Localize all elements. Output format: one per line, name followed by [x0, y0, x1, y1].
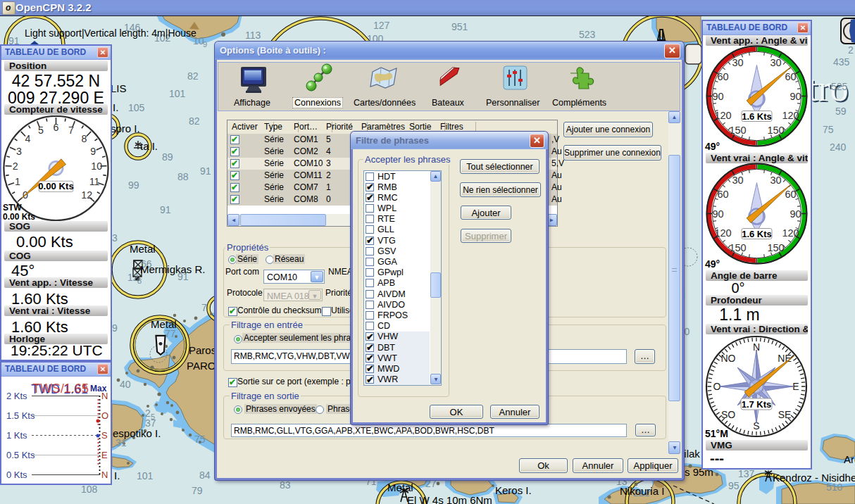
svg-text:1 Kts: 1 Kts: [6, 430, 27, 441]
svg-text:O: O: [101, 410, 108, 421]
svg-text:2: 2: [13, 160, 18, 172]
svg-text:SO: SO: [721, 409, 735, 420]
svg-text:3: 3: [112, 232, 118, 244]
svg-text:82: 82: [189, 115, 200, 127]
svg-text:0.5 Kts: 0.5 Kts: [6, 450, 35, 460]
svg-text:7: 7: [68, 125, 74, 136]
svg-text:NE: NE: [778, 353, 791, 364]
svg-text:Metal: Metal: [151, 318, 177, 330]
svg-text:75: 75: [823, 124, 834, 135]
svg-text:9: 9: [90, 146, 96, 157]
svg-text:E: E: [101, 450, 108, 460]
svg-text:84: 84: [199, 470, 211, 481]
svg-text:90: 90: [790, 208, 801, 220]
svg-text:99: 99: [128, 179, 139, 191]
svg-text:4: 4: [25, 133, 31, 144]
svg-text:12: 12: [81, 189, 92, 201]
svg-text:60: 60: [785, 189, 796, 200]
svg-text:60: 60: [717, 71, 728, 82]
svg-text:NO: NO: [721, 353, 736, 364]
svg-text:I.: I.: [114, 470, 120, 481]
svg-text:150: 150: [767, 125, 784, 136]
svg-text:88: 88: [177, 171, 189, 182]
svg-text:105: 105: [128, 102, 145, 113]
svg-text:1.7 Kts: 1.7 Kts: [742, 399, 772, 410]
svg-text:8: 8: [82, 133, 87, 144]
svg-text:TWS/1.65: TWS/1.65: [32, 382, 89, 396]
svg-text:E: E: [792, 381, 799, 392]
svg-text:90: 90: [712, 91, 723, 102]
svg-text:120: 120: [714, 227, 731, 239]
svg-text:Kendroz - Nisidhe: Kendroz - Nisidhe: [773, 472, 855, 484]
svg-text:951: 951: [451, 21, 468, 32]
svg-text:91: 91: [160, 204, 171, 215]
svg-text:spro I.: spro I.: [111, 122, 140, 134]
svg-text:435: 435: [833, 56, 850, 68]
svg-text:60: 60: [717, 189, 728, 200]
svg-text:0.00 Kts: 0.00 Kts: [38, 181, 74, 191]
svg-text:30: 30: [770, 57, 781, 68]
svg-text:8: 8: [137, 277, 142, 285]
svg-text:espotiko I.: espotiko I.: [113, 427, 161, 439]
svg-text:525: 525: [831, 81, 848, 92]
svg-text:PARO: PARO: [187, 360, 216, 372]
svg-text:89: 89: [162, 151, 173, 163]
svg-text:9: 9: [112, 322, 118, 334]
svg-text:240: 240: [830, 141, 847, 153]
svg-text:N: N: [101, 470, 108, 480]
svg-text:1.6 Kts: 1.6 Kts: [742, 111, 772, 122]
svg-text:Light support|Vertical length:: Light support|Vertical length: 4m|House: [25, 27, 196, 39]
svg-text:Keros I.: Keros I.: [495, 484, 532, 496]
svg-text:79: 79: [192, 485, 203, 496]
svg-text:SE: SE: [778, 409, 792, 420]
svg-text:90: 90: [790, 91, 801, 102]
svg-text:o: o: [83, 382, 87, 391]
svg-text:9: 9: [203, 40, 207, 49]
svg-text:137: 137: [738, 468, 755, 479]
svg-text:6: 6: [54, 122, 59, 133]
svg-text:82: 82: [187, 70, 199, 82]
svg-text:O: O: [713, 381, 721, 392]
svg-text:N: N: [101, 391, 108, 401]
svg-text:91: 91: [200, 165, 211, 177]
svg-text:60: 60: [785, 71, 796, 82]
svg-text:1.5 Kts: 1.5 Kts: [6, 410, 35, 421]
svg-text:30: 30: [770, 175, 781, 186]
svg-text:0 Kts: 0 Kts: [6, 470, 27, 480]
svg-text:523: 523: [579, 29, 596, 40]
svg-text:120: 120: [782, 110, 799, 121]
svg-text:7: 7: [201, 302, 207, 313]
svg-text:40: 40: [120, 379, 131, 390]
svg-text:2 Kts: 2 Kts: [6, 391, 27, 401]
svg-text:120: 120: [714, 110, 731, 121]
svg-text:1: 1: [15, 176, 20, 187]
svg-text:150: 150: [767, 242, 784, 253]
svg-text:Mermigkas R.: Mermigkas R.: [140, 263, 206, 275]
svg-text:101: 101: [137, 470, 154, 481]
svg-text:1.6 Kts: 1.6 Kts: [742, 229, 772, 239]
svg-text:ta I.: ta I.: [140, 140, 158, 152]
svg-text:Metal: Metal: [130, 243, 156, 255]
svg-text:Are: Are: [844, 453, 855, 465]
svg-text:3: 3: [16, 146, 22, 157]
svg-text:Paros: Paros: [189, 344, 216, 356]
svg-text:El W 4s 10m 6Nm: El W 4s 10m 6Nm: [407, 494, 492, 504]
svg-text:150: 150: [729, 242, 746, 253]
svg-text:83: 83: [280, 479, 291, 491]
svg-text:Nikouria I: Nikouria I: [620, 485, 664, 497]
svg-text:30: 30: [732, 57, 743, 68]
svg-text:S: S: [101, 430, 108, 441]
svg-text:101: 101: [169, 88, 186, 99]
svg-text:95: 95: [728, 480, 739, 491]
svg-text:11: 11: [89, 176, 100, 187]
svg-text:I.: I.: [113, 101, 118, 113]
svg-text:59: 59: [835, 106, 847, 117]
svg-text:’ilak: ’ilak: [682, 448, 700, 460]
svg-text:30: 30: [732, 175, 743, 186]
svg-text:2: 2: [848, 44, 854, 56]
svg-text:10: 10: [91, 160, 102, 172]
svg-text:113: 113: [245, 30, 261, 41]
svg-text:90: 90: [712, 208, 723, 220]
svg-text:127: 127: [373, 20, 390, 31]
svg-text:LIS: LIS: [111, 82, 127, 94]
